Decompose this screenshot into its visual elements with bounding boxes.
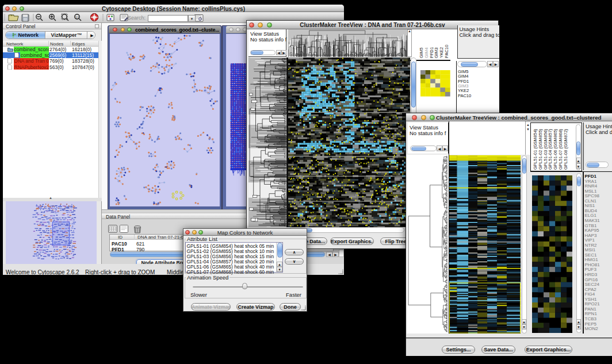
svg-text:Search:: Search: xyxy=(128,15,146,21)
svg-text:1:1: 1:1 xyxy=(75,16,79,19)
